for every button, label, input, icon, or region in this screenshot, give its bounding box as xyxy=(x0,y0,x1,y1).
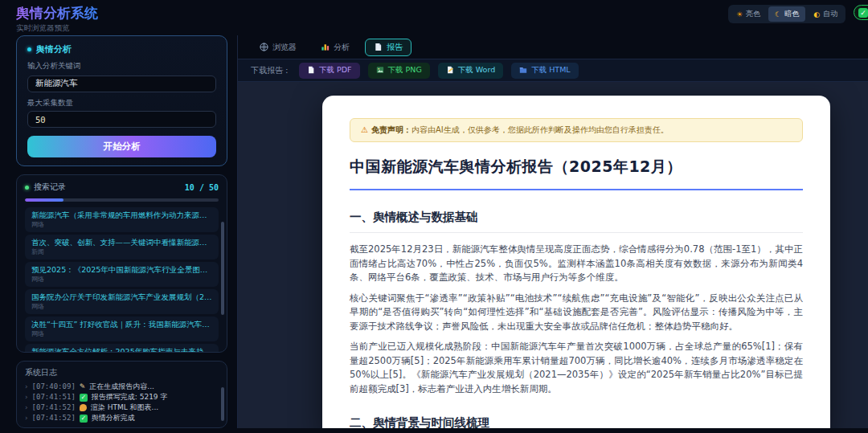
search-records-title: 搜索记录 xyxy=(25,182,66,193)
log-text: 渲染 HTML 和图表... xyxy=(91,402,158,413)
green-dot-icon xyxy=(25,186,29,190)
search-record-title: 决胜“十四五” 打好收官战｜跃升：我国新能源汽车产业加速增 ... xyxy=(31,319,212,329)
log-entry: › [07:40:09] ✎ 正在生成报告内容... xyxy=(25,382,219,392)
search-record-item[interactable]: 决胜“十四五” 打好收官战｜跃升：我国新能源汽车产业加速增 ... 网络 xyxy=(25,317,219,341)
download-pdf-button[interactable]: 下载 PDF xyxy=(299,63,360,79)
main-area: 浏览器 分析 报告 下载报告： 下载 PDF 下载 PNG xyxy=(237,35,868,428)
system-log-panel: 系统日志 › [07:40:09] ✎ 正在生成报告内容... › [07:41… xyxy=(16,361,227,428)
caret-icon: › xyxy=(25,392,28,402)
caret-icon: › xyxy=(25,402,28,413)
search-records-panel: 搜索记录 10 / 50 新能源汽车（采用非常规的车用燃料作为动力来源的汽车 .… xyxy=(16,174,227,353)
status-pill[interactable]: ✓ xyxy=(854,5,868,20)
search-record-item[interactable]: 预见2025：《2025年中国新能源汽车行业全景图谱》（附 ... 网络 xyxy=(25,262,219,287)
pdf-file-icon xyxy=(307,66,315,74)
search-record-tag: 网络 xyxy=(31,330,212,338)
analysis-panel-title: 舆情分析 xyxy=(27,43,216,55)
keyword-input[interactable] xyxy=(27,76,216,92)
search-record-tag: 新闻 xyxy=(31,248,212,256)
disclaimer-banner: ⚠免责声明：内容由AI生成，仅供参考，您据此所作判断及操作均由您自行承担责任。 xyxy=(350,118,803,142)
memo-icon: ✎ xyxy=(80,382,86,392)
report-viewport[interactable]: ⚠免责声明：内容由AI生成，仅供参考，您据此所作判断及操作均由您自行承担责任。 … xyxy=(238,82,868,428)
search-record-tag: 网络 xyxy=(31,276,212,284)
status-check-icon: ✓ xyxy=(858,8,868,18)
app-header: 舆情分析系统 实时浏览器预览 ☀ 亮色 ☾ 暗色 ◐ 自动 ✓ xyxy=(0,0,868,35)
report-section2-heading: 二、舆情背景与时间线梳理 xyxy=(350,415,803,428)
report-paragraph: 截至2025年12月23日，新能源汽车整体舆情呈现高度正面态势，综合情感得分为0… xyxy=(350,243,803,285)
theme-dark-button[interactable]: ☾ 暗色 xyxy=(768,6,805,22)
html-file-icon xyxy=(519,66,527,74)
log-text: 报告撰写完成: 5219 字 xyxy=(92,392,168,402)
globe-icon xyxy=(260,43,268,51)
cyan-dot-icon xyxy=(27,47,31,51)
tab-browser-label: 浏览器 xyxy=(272,42,297,53)
log-entry: › [07:41:52] 渲染 HTML 和图表... xyxy=(25,402,219,413)
warning-icon: ⚠ xyxy=(361,125,368,134)
document-icon xyxy=(374,43,383,51)
log-time: [07:41:52] xyxy=(32,413,76,423)
start-analysis-button[interactable]: 开始分析 xyxy=(27,136,216,157)
theme-light-button[interactable]: ☀ 亮色 xyxy=(730,6,767,22)
search-records-counter: 10 / 50 xyxy=(185,183,219,192)
tab-browser[interactable]: 浏览器 xyxy=(251,39,305,56)
download-bar-label: 下载报告： xyxy=(251,65,291,76)
search-records-title-text: 搜索记录 xyxy=(34,182,66,193)
report-paragraph: 当前产业已迈入规模化成熟阶段：中国新能源汽车年产量首次突破1000万辆，占全球总… xyxy=(350,340,803,396)
download-html-button[interactable]: 下载 HTML xyxy=(511,63,578,79)
max-count-label: 最大采集数量 xyxy=(27,98,216,108)
search-record-tag: 网络 xyxy=(31,221,212,229)
search-record-item[interactable]: 国务院办公厅关于印发新能源汽车产业发展规划（2021 ... 网络 xyxy=(25,289,219,314)
search-record-title: 国务院办公厅关于印发新能源汽车产业发展规划（2021 ... xyxy=(31,292,212,302)
search-record-item[interactable]: 新能源汽车（采用非常规的车用燃料作为动力来源的汽车 ... 网络 xyxy=(25,207,219,232)
search-record-item[interactable]: 首次、突破、创新、支持——关键词中看懂新能源汽车产业 ... 新闻 xyxy=(25,235,219,259)
tab-report[interactable]: 报告 xyxy=(365,39,411,56)
download-word-label: 下载 Word xyxy=(458,65,495,76)
disclaimer-label: 免责声明： xyxy=(371,125,411,134)
analysis-panel-title-text: 舆情分析 xyxy=(36,43,72,55)
system-log-title: 系统日志 xyxy=(25,367,219,378)
sun-icon: ☀ xyxy=(736,10,743,18)
tab-analysis-label: 分析 xyxy=(334,42,350,53)
report-section1-heading: 一、舆情概述与数据基础 xyxy=(350,210,803,233)
search-record-title: 预见2025：《2025年中国新能源汽车行业全景图谱》（附 ... xyxy=(31,264,212,275)
analysis-panel: 舆情分析 输入分析关键词 最大采集数量 开始分析 xyxy=(16,35,227,166)
report-paragraph: 核心关键词聚焦于“渗透率”“政策补贴”“电池技术”“续航焦虑”“充电设施”及“智… xyxy=(350,292,803,334)
disclaimer-text: 内容由AI生成，仅供参考，您据此所作判断及操作均由您自行承担责任。 xyxy=(411,125,669,134)
tab-analysis[interactable]: 分析 xyxy=(312,39,358,56)
auto-theme-icon: ◐ xyxy=(813,10,820,18)
download-word-button[interactable]: 下载 Word xyxy=(438,63,503,79)
moon-icon: ☾ xyxy=(775,10,781,18)
download-png-button[interactable]: 下载 PNG xyxy=(368,63,430,79)
download-pdf-label: 下载 PDF xyxy=(319,65,352,76)
log-time: [07:41:51] xyxy=(32,392,76,402)
search-records-list: 新能源汽车（采用非常规的车用燃料作为动力来源的汽车 ... 网络 首次、突破、创… xyxy=(25,207,219,353)
download-bar: 下载报告： 下载 PDF 下载 PNG 下载 Word 下载 HTML xyxy=(238,59,868,82)
search-list-scrollbar[interactable] xyxy=(221,222,224,315)
theme-toggle-group: ☀ 亮色 ☾ 暗色 ◐ 自动 xyxy=(728,5,845,23)
theme-auto-button[interactable]: ◐ 自动 xyxy=(807,6,844,22)
log-text: 正在生成报告内容... xyxy=(89,382,154,392)
app-title: 舆情分析系统 xyxy=(16,4,98,22)
theme-light-label: 亮色 xyxy=(746,9,760,19)
log-time: [07:40:09] xyxy=(32,382,76,392)
report-card: ⚠免责声明：内容由AI生成，仅供参考，您据此所作判断及操作均由您自行承担责任。 … xyxy=(322,96,830,428)
log-entry: › [07:41:51] ✓ 报告撰写完成: 5219 字 xyxy=(25,392,219,402)
caret-icon: › xyxy=(25,413,28,423)
download-html-label: 下载 HTML xyxy=(531,65,570,76)
check-icon: ✓ xyxy=(80,415,88,423)
search-record-title: 新能源汽车全方位解析：2025年购车指南与未来趋势大揭秘 xyxy=(31,346,212,353)
palette-icon xyxy=(80,404,87,411)
max-count-input[interactable] xyxy=(27,111,216,128)
log-time: [07:41:52] xyxy=(32,402,76,413)
log-scrollbar[interactable] xyxy=(221,387,224,421)
search-record-title: 新能源汽车（采用非常规的车用燃料作为动力来源的汽车 ... xyxy=(31,210,212,220)
bar-chart-icon xyxy=(321,43,330,51)
check-icon: ✓ xyxy=(80,394,88,402)
log-text: 舆情分析完成 xyxy=(92,413,135,423)
search-progress-track xyxy=(25,198,219,202)
search-record-item[interactable]: 新能源汽车全方位解析：2025年购车指南与未来趋势大揭秘 网络 xyxy=(25,344,219,353)
log-entry: › [07:41:52] ✓ 舆情分析完成 xyxy=(25,413,219,423)
tab-bar: 浏览器 分析 报告 xyxy=(238,35,868,59)
download-png-label: 下载 PNG xyxy=(388,65,422,76)
caret-icon: › xyxy=(25,382,28,392)
report-title: 中国新能源汽车舆情分析报告（2025年12月） xyxy=(350,157,803,190)
